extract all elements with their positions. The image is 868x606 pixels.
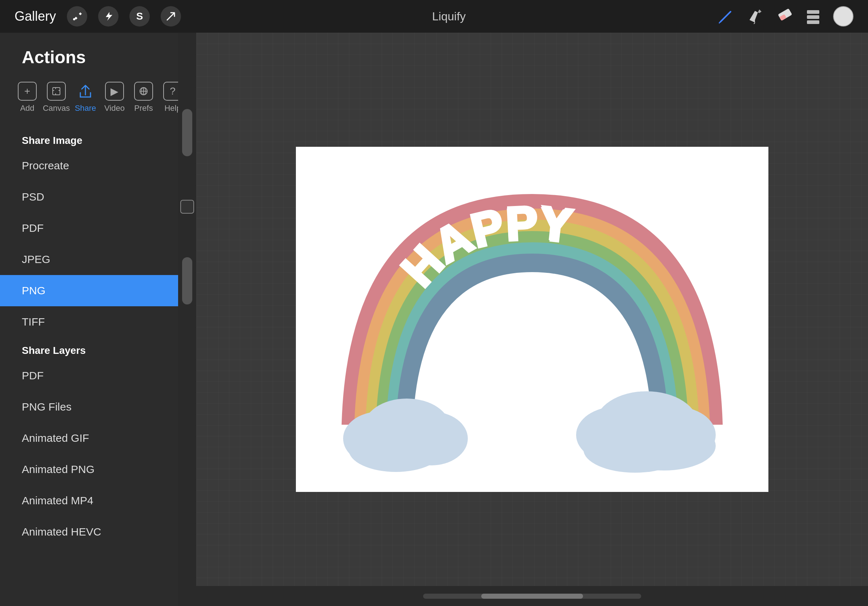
scroll-track bbox=[423, 594, 641, 599]
sidebar: Actions + Add Canvas Shar bbox=[0, 33, 178, 606]
tab-add[interactable]: + Add bbox=[14, 78, 40, 117]
menu-animated-png[interactable]: Animated PNG bbox=[0, 454, 178, 485]
svg-rect-3 bbox=[778, 8, 792, 21]
brush-tool-button[interactable] bbox=[717, 7, 735, 25]
tab-help[interactable]: ? Help bbox=[160, 78, 178, 117]
left-slider-top[interactable] bbox=[182, 109, 192, 156]
share-layers-header: Share Layers bbox=[0, 337, 178, 360]
add-icon: + bbox=[18, 82, 37, 100]
sidebar-title: Actions bbox=[0, 33, 178, 78]
svg-rect-6 bbox=[807, 15, 819, 19]
video-icon: ▶ bbox=[105, 82, 124, 100]
pen-tool-button[interactable] bbox=[746, 7, 764, 25]
svg-rect-5 bbox=[807, 10, 819, 14]
canvas-white: HAPPY HAPPY bbox=[296, 147, 769, 492]
left-btn-sq[interactable] bbox=[180, 200, 194, 213]
menu-animated-hevc[interactable]: Animated HEVC bbox=[0, 516, 178, 547]
layers-button[interactable] bbox=[804, 7, 822, 25]
svg-point-38 bbox=[583, 426, 687, 473]
top-right-tools bbox=[717, 6, 854, 26]
left-slider-bottom[interactable] bbox=[182, 257, 192, 305]
share-icon bbox=[76, 82, 95, 100]
horizontal-scrollbar[interactable] bbox=[196, 586, 868, 606]
help-icon: ? bbox=[163, 82, 178, 100]
tab-canvas[interactable]: Canvas bbox=[43, 78, 69, 117]
svg-line-2 bbox=[754, 23, 755, 24]
rainbow-illustration: HAPPY HAPPY bbox=[323, 152, 741, 487]
scroll-thumb[interactable] bbox=[481, 594, 583, 599]
menu-pdf-img[interactable]: PDF bbox=[0, 213, 178, 244]
user-avatar[interactable] bbox=[833, 6, 854, 26]
svg-point-0 bbox=[73, 18, 75, 20]
canvas-icon bbox=[47, 82, 66, 100]
eraser-tool-button[interactable] bbox=[775, 7, 793, 25]
main-canvas-area: HAPPY HAPPY bbox=[196, 33, 868, 606]
actions-tabs: + Add Canvas Share ▶ bbox=[0, 78, 178, 128]
menu-animated-mp4[interactable]: Animated MP4 bbox=[0, 485, 178, 516]
tab-share[interactable]: Share bbox=[73, 78, 98, 117]
top-center: Liquify bbox=[181, 10, 717, 23]
gallery-button[interactable]: Gallery bbox=[14, 9, 56, 24]
menu-png[interactable]: PNG bbox=[0, 275, 178, 306]
arrow-button[interactable] bbox=[161, 6, 181, 26]
svg-rect-8 bbox=[53, 88, 60, 95]
tab-prefs[interactable]: Prefs bbox=[131, 78, 156, 117]
menu-tiff[interactable]: TIFF bbox=[0, 306, 178, 337]
menu-png-files[interactable]: PNG Files bbox=[0, 391, 178, 422]
svg-line-1 bbox=[721, 12, 731, 22]
menu-pdf-layers[interactable]: PDF bbox=[0, 360, 178, 391]
wrench-button[interactable] bbox=[67, 6, 87, 26]
tab-video[interactable]: ▶ Video bbox=[102, 78, 127, 117]
s-button[interactable]: S bbox=[129, 6, 150, 26]
top-bar-left: Gallery S bbox=[14, 6, 181, 26]
lightning-button[interactable] bbox=[98, 6, 118, 26]
prefs-icon bbox=[134, 82, 153, 100]
menu-psd[interactable]: PSD bbox=[0, 181, 178, 213]
top-bar: Gallery S Liquify bbox=[0, 0, 868, 33]
menu-procreate[interactable]: Procreate bbox=[0, 150, 178, 181]
svg-point-33 bbox=[349, 427, 443, 472]
svg-rect-7 bbox=[807, 20, 819, 24]
menu-animated-gif[interactable]: Animated GIF bbox=[0, 422, 178, 454]
menu-jpeg[interactable]: JPEG bbox=[0, 244, 178, 275]
share-image-header: Share Image bbox=[0, 128, 178, 150]
liquify-label: Liquify bbox=[432, 10, 466, 23]
